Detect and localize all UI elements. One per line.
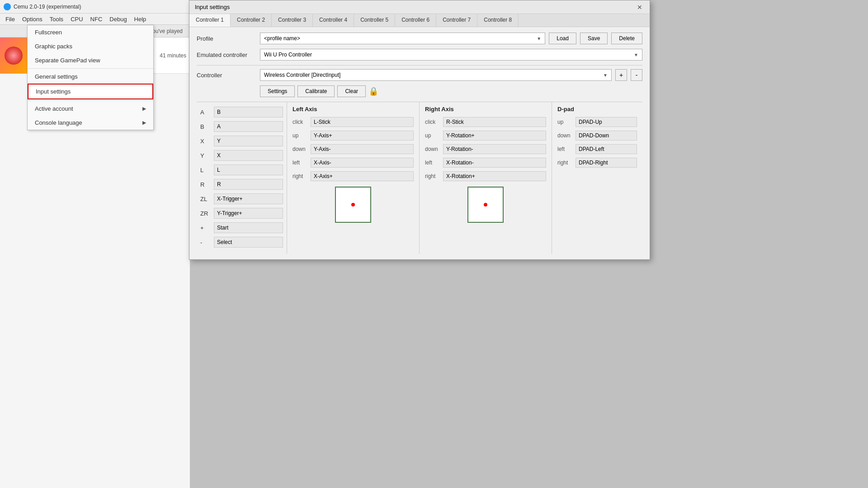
left-axis-left-val[interactable]: X-Axis- [311,158,414,168]
dpad-panel: D-pad up DPAD-Up down DPAD-Down left DPA… [552,102,642,254]
right-axis-down-val[interactable]: Y-Rotation- [443,144,546,154]
menu-fullscreen[interactable]: Fullscreen [28,25,153,39]
menu-file[interactable]: File [2,15,19,23]
dpad-right-val[interactable]: DPAD-Right [576,158,637,168]
remove-controller-button[interactable]: - [631,69,642,81]
right-axis-left-val[interactable]: X-Rotation- [443,158,546,168]
map-value-zl[interactable]: X-Trigger+ [214,193,283,204]
left-axis-down-val[interactable]: Y-Axis- [311,144,414,154]
emulated-arrow: ▼ [634,52,638,57]
menu-debug[interactable]: Debug [106,15,130,23]
left-axis-left-label: left [292,160,311,166]
map-row-a: A B [200,106,283,118]
dialog-close-button[interactable]: ✕ [635,4,644,11]
menu-input-settings[interactable]: Input settings [28,84,153,99]
map-value-l[interactable]: L [214,164,283,175]
controller-row: Controller Wireless Controller [DirectIn… [197,69,642,81]
profile-controls: <profile name> ▼ Load Save Delete [260,33,642,44]
dpad-left-val[interactable]: DPAD-Left [576,144,637,154]
options-dropdown: Fullscreen Graphic packs Separate GamePa… [27,25,154,130]
dialog-title: Input settings [195,4,230,10]
left-axis-down: down Y-Axis- [292,143,414,155]
emulated-controller-row: Emulated controller Wii U Pro Controller… [197,49,642,61]
map-value-a[interactable]: B [214,107,283,117]
map-value-b[interactable]: A [214,121,283,132]
tab-controller-2[interactable]: Controller 2 [231,14,272,27]
controller-select[interactable]: Wireless Controller [DirectInput] ▼ [260,69,612,81]
input-settings-dialog: Input settings ✕ Controller 1 Controller… [189,0,650,260]
right-axis-click-label: click [425,119,443,125]
left-axis-click-val[interactable]: L-Stick [311,117,414,127]
controller-action-row: Settings Calibrate Clear 🔒 [197,85,642,97]
map-value-y[interactable]: X [214,150,283,161]
menu-graphic-packs[interactable]: Graphic packs [28,39,153,53]
map-row-l: L L [200,164,283,176]
map-value-minus[interactable]: Select [214,237,283,248]
map-label-zr: ZR [200,210,214,217]
dpad-down-val[interactable]: DPAD-Down [576,131,637,141]
dialog-body: Profile <profile name> ▼ Load Save Delet… [189,27,650,259]
dpad-left-label: left [557,146,576,152]
dpad-up-val[interactable]: DPAD-Up [576,117,637,127]
menu-help[interactable]: Help [131,15,150,23]
tab-controller-8[interactable]: Controller 8 [477,14,519,27]
left-axis-up: up Y-Axis+ [292,130,414,141]
menu-bar: File Options Tools CPU NFC Debug Help [0,14,190,25]
right-joystick-box [467,187,504,223]
map-row-minus: - Select [200,236,283,249]
map-label-x: X [200,138,214,145]
console-language-arrow: ▶ [142,120,146,126]
left-axis-left: left X-Axis- [292,157,414,169]
left-axis-click: click L-Stick [292,116,414,128]
menu-separate-gamepad[interactable]: Separate GamePad view [28,53,153,67]
dialog-titlebar: Input settings ✕ [189,0,650,14]
game-thumb-art [5,47,23,65]
right-axis-down-label: down [425,146,443,152]
profile-save-button[interactable]: Save [580,33,608,44]
lock-icon[interactable]: 🔒 [368,86,378,96]
calibrate-button[interactable]: Calibrate [297,85,335,97]
menu-general-settings[interactable]: General settings [28,70,153,84]
mapping-area: A B B A X Y Y X L L [197,102,642,254]
map-value-zr[interactable]: Y-Trigger+ [214,208,283,219]
right-joystick-dot [484,203,487,206]
tab-controller-6[interactable]: Controller 6 [395,14,436,27]
add-controller-button[interactable]: + [615,69,627,81]
emulated-select[interactable]: Wii U Pro Controller ▼ [260,49,642,61]
right-axis-right-val[interactable]: X-Rotation+ [443,171,546,181]
emulated-controls: Wii U Pro Controller ▼ [260,49,642,61]
tab-controller-7[interactable]: Controller 7 [436,14,477,27]
menu-console-language[interactable]: Console language ▶ [28,116,153,130]
active-account-arrow: ▶ [142,106,146,112]
clear-button[interactable]: Clear [337,85,366,97]
map-value-x[interactable]: Y [214,136,283,146]
profile-load-button[interactable]: Load [549,33,576,44]
tab-controller-1[interactable]: Controller 1 [189,14,231,27]
separator-2 [28,100,153,101]
controller-tabs: Controller 1 Controller 2 Controller 3 C… [189,14,650,27]
map-value-r[interactable]: R [214,179,283,190]
left-joystick-dot [351,203,355,206]
right-axis-up-label: up [425,132,443,139]
tab-controller-4[interactable]: Controller 4 [313,14,354,27]
separator-1 [28,68,153,69]
profile-delete-button[interactable]: Delete [611,33,642,44]
menu-tools[interactable]: Tools [46,15,67,23]
controller-controls: Wireless Controller [DirectInput] ▼ + - [260,69,642,81]
left-axis-up-val[interactable]: Y-Axis+ [311,131,414,141]
right-axis-up-val[interactable]: Y-Rotation+ [443,131,546,141]
tab-controller-3[interactable]: Controller 3 [272,14,313,27]
tab-controller-5[interactable]: Controller 5 [354,14,395,27]
profile-select[interactable]: <profile name> ▼ [260,33,545,44]
left-axis-right-val[interactable]: X-Axis+ [311,171,414,181]
settings-button[interactable]: Settings [260,85,295,97]
menu-cpu[interactable]: CPU [67,15,86,23]
map-label-minus: - [200,239,214,246]
menu-nfc[interactable]: NFC [87,15,106,23]
menu-active-account[interactable]: Active account ▶ [28,102,153,116]
menu-options[interactable]: Options [19,15,46,23]
map-value-plus[interactable]: Start [214,222,283,233]
dpad-up: up DPAD-Up [557,116,637,128]
dpad-left: left DPAD-Left [557,143,637,155]
right-axis-click-val[interactable]: R-Stick [443,117,546,127]
